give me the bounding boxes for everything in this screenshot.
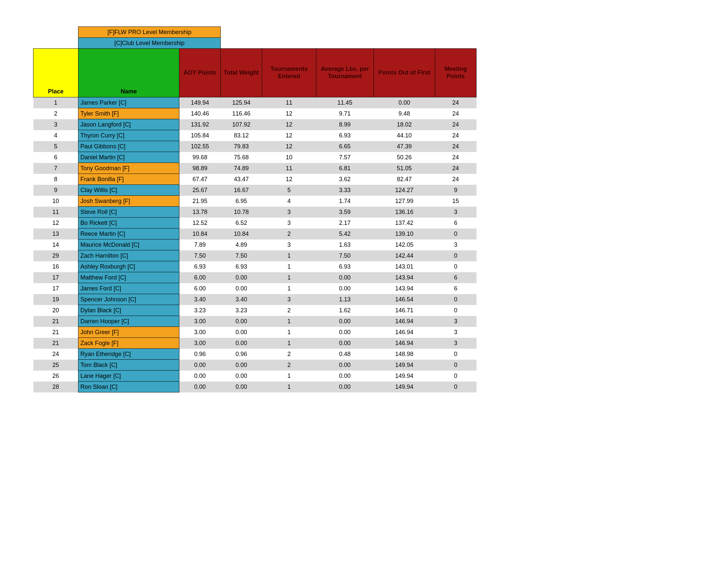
cell-avg-lbs: 1.74 [316, 196, 374, 207]
cell-total-weight: 0.00 [221, 360, 262, 371]
header-row: Place Name AOY Points Total Weight Tourn… [33, 49, 477, 97]
cell-place: 17 [33, 283, 78, 294]
cell-meeting: 6 [435, 283, 476, 294]
cell-total-weight: 3.23 [221, 305, 262, 316]
cell-name: Zach Hamilton [C] [78, 250, 179, 261]
cell-total-weight: 0.00 [221, 316, 262, 327]
header-name: Name [78, 49, 179, 97]
cell-name: Tony Goodman [F] [78, 163, 179, 174]
cell-meeting: 3 [435, 327, 476, 338]
cell-tournaments: 1 [262, 316, 316, 327]
table-row: 28Ron Sloan [C]0.000.0010.00149.940 [33, 382, 477, 393]
cell-aoy: 7.89 [179, 239, 220, 250]
cell-points-out: 51.05 [374, 163, 435, 174]
cell-place: 9 [33, 185, 78, 196]
cell-total-weight: 0.00 [221, 371, 262, 382]
cell-tournaments: 12 [262, 108, 316, 119]
cell-total-weight: 6.52 [221, 217, 262, 228]
header-tournaments: Tournaments Entered [262, 49, 316, 97]
cell-tournaments: 12 [262, 130, 316, 141]
cell-aoy: 3.00 [179, 327, 220, 338]
cell-place: 2 [33, 108, 78, 119]
cell-total-weight: 10.78 [221, 207, 262, 217]
cell-aoy: 6.00 [179, 283, 220, 294]
cell-aoy: 3.00 [179, 316, 220, 327]
cell-name: Tyler Smith [F] [78, 108, 179, 119]
cell-meeting: 24 [435, 163, 476, 174]
cell-avg-lbs: 6.93 [316, 261, 374, 272]
cell-place: 1 [33, 97, 78, 108]
cell-points-out: 143.94 [374, 283, 435, 294]
cell-meeting: 0 [435, 294, 476, 305]
table-row: 4Thyron Curry [C]105.8483.12126.9344.102… [33, 130, 477, 141]
table-row: 8Frank Bonilla [F]67.4743.47123.6282.472… [33, 174, 477, 185]
cell-total-weight: 10.84 [221, 228, 262, 239]
cell-points-out: 149.94 [374, 382, 435, 393]
cell-total-weight: 116.46 [221, 108, 262, 119]
table-row: 5Paul Gibbons [C]102.5579.83126.6547.392… [33, 141, 477, 152]
header-aoy: AOY Points [179, 49, 220, 97]
cell-avg-lbs: 0.00 [316, 327, 374, 338]
cell-points-out: 149.94 [374, 371, 435, 382]
table-row: 17Matthew Ford [C]6.000.0010.00143.946 [33, 272, 477, 283]
cell-avg-lbs: 11.45 [316, 97, 374, 108]
cell-aoy: 12.52 [179, 217, 220, 228]
table-row: 10Josh Swanberg [F]21.956.9541.74127.991… [33, 196, 477, 207]
cell-total-weight: 6.95 [221, 196, 262, 207]
cell-avg-lbs: 6.65 [316, 141, 374, 152]
cell-aoy: 0.00 [179, 382, 220, 393]
cell-place: 24 [33, 349, 78, 360]
cell-tournaments: 4 [262, 196, 316, 207]
cell-name: Dylan Black [C] [78, 305, 179, 316]
cell-points-out: 148.98 [374, 349, 435, 360]
legend-flw-label: [F]FLW PRO Level Membership [78, 27, 221, 38]
cell-place: 5 [33, 141, 78, 152]
cell-tournaments: 1 [262, 382, 316, 393]
cell-avg-lbs: 0.00 [316, 283, 374, 294]
cell-place: 8 [33, 174, 78, 185]
cell-points-out: 143.94 [374, 272, 435, 283]
cell-avg-lbs: 8.99 [316, 119, 374, 130]
header-total-weight: Total Weight [221, 49, 262, 97]
cell-tournaments: 12 [262, 119, 316, 130]
table-row: 14Maurice McDonald [C]7.894.8931.63142.0… [33, 239, 477, 250]
cell-avg-lbs: 9.71 [316, 108, 374, 119]
cell-avg-lbs: 0.00 [316, 382, 374, 393]
cell-aoy: 102.55 [179, 141, 220, 152]
cell-name: James Ford [C] [78, 283, 179, 294]
cell-name: Steve Roll [C] [78, 207, 179, 217]
cell-points-out: 146.54 [374, 294, 435, 305]
cell-name: James Parker [C] [78, 97, 179, 108]
cell-aoy: 99.68 [179, 152, 220, 163]
cell-avg-lbs: 3.59 [316, 207, 374, 217]
table-row: 21Darren Hooper [C]3.000.0010.00146.943 [33, 316, 477, 327]
cell-total-weight: 7.50 [221, 250, 262, 261]
cell-total-weight: 83.12 [221, 130, 262, 141]
cell-aoy: 67.47 [179, 174, 220, 185]
cell-avg-lbs: 5.42 [316, 228, 374, 239]
cell-meeting: 24 [435, 152, 476, 163]
legend-club-label: [C]Club Level Membership [78, 38, 221, 49]
cell-place: 13 [33, 228, 78, 239]
cell-tournaments: 3 [262, 294, 316, 305]
cell-avg-lbs: 6.81 [316, 163, 374, 174]
cell-name: Spencer Johnson [C] [78, 294, 179, 305]
cell-name: Zack Fogle [F] [78, 338, 179, 349]
table-row: 1James Parker [C]149.94125.941111.450.00… [33, 97, 477, 108]
cell-avg-lbs: 2.17 [316, 217, 374, 228]
cell-avg-lbs: 7.57 [316, 152, 374, 163]
cell-tournaments: 3 [262, 217, 316, 228]
table-row: 29Zach Hamilton [C]7.507.5017.50142.440 [33, 250, 477, 261]
cell-meeting: 3 [435, 239, 476, 250]
cell-place: 11 [33, 207, 78, 217]
cell-avg-lbs: 1.13 [316, 294, 374, 305]
cell-aoy: 0.96 [179, 349, 220, 360]
cell-tournaments: 2 [262, 360, 316, 371]
cell-points-out: 137.42 [374, 217, 435, 228]
cell-tournaments: 3 [262, 239, 316, 250]
cell-meeting: 24 [435, 108, 476, 119]
legend-row-flw: [F]FLW PRO Level Membership [33, 27, 477, 38]
cell-name: Bo Rickett [C] [78, 217, 179, 228]
cell-avg-lbs: 3.62 [316, 174, 374, 185]
table-row: 6Daniel Martin [C]99.6875.68107.5750.262… [33, 152, 477, 163]
